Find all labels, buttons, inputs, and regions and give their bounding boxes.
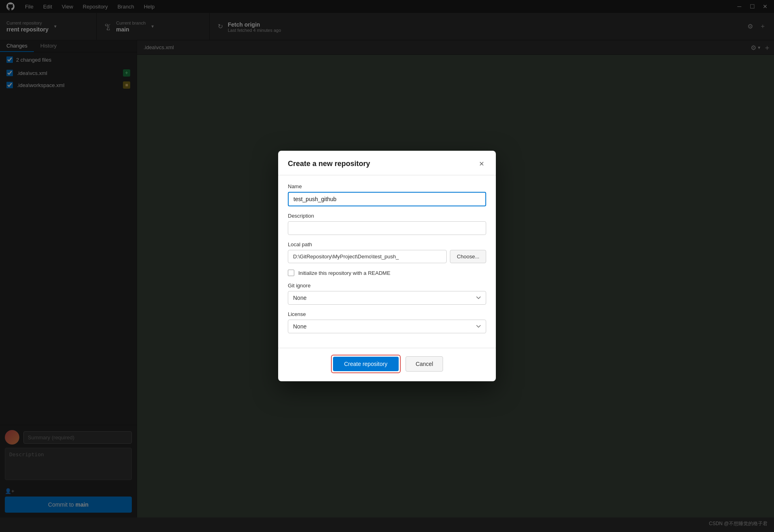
readme-checkbox-label: Initialize this repository with a README	[298, 270, 390, 276]
description-input[interactable]	[288, 221, 486, 235]
name-input[interactable]	[288, 192, 486, 206]
gitignore-select[interactable]: None Python Node Java	[288, 291, 486, 305]
cancel-button[interactable]: Cancel	[406, 356, 443, 372]
gitignore-field-group: Git ignore None Python Node Java	[288, 283, 486, 305]
name-field-group: Name	[288, 183, 486, 206]
license-label: License	[288, 311, 486, 317]
watermark: CSDN @不想睡觉的格子君	[709, 520, 768, 527]
dialog-footer: Create repository Cancel	[278, 348, 496, 381]
modal-overlay: Create a new repository ✕ Name Descripti…	[0, 0, 774, 532]
name-label: Name	[288, 183, 486, 189]
dialog-title: Create a new repository	[288, 160, 370, 168]
description-field-group: Description	[288, 213, 486, 235]
gitignore-label: Git ignore	[288, 283, 486, 289]
license-field-group: License None MIT Apache 2.0 GPL v3	[288, 311, 486, 333]
local-path-field-group: Local path Choose...	[288, 241, 486, 263]
create-repository-button[interactable]: Create repository	[333, 357, 399, 371]
dialog-body: Name Description Local path Choose... In…	[278, 175, 496, 348]
create-repo-button-wrapper: Create repository	[331, 355, 401, 373]
description-label: Description	[288, 213, 486, 219]
local-path-input[interactable]	[288, 250, 447, 263]
license-select[interactable]: None MIT Apache 2.0 GPL v3	[288, 320, 486, 333]
readme-checkbox-row: Initialize this repository with a README	[288, 270, 486, 276]
choose-button[interactable]: Choose...	[450, 250, 486, 263]
dialog-header: Create a new repository ✕	[278, 151, 496, 175]
local-path-label: Local path	[288, 241, 486, 247]
readme-checkbox[interactable]	[288, 270, 294, 276]
dialog-close-button[interactable]: ✕	[476, 159, 486, 168]
create-repository-dialog: Create a new repository ✕ Name Descripti…	[278, 151, 496, 381]
local-path-row: Choose...	[288, 250, 486, 263]
